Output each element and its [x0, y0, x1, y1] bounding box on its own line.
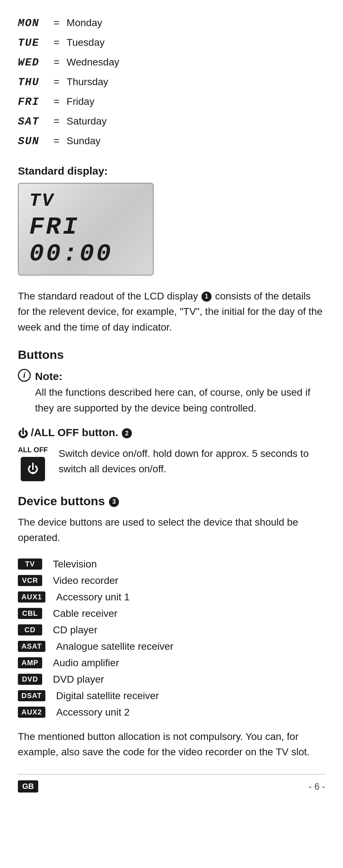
day-row-mon: MON = Monday [18, 14, 325, 33]
device-label-aux2: Accessory unit 2 [56, 707, 129, 718]
day-name-thu: Thursday [66, 73, 108, 91]
all-off-block: ALL OFF ⏻ [18, 446, 48, 481]
device-label-cd: CD player [53, 624, 97, 636]
device-badge-dvd: DVD [18, 674, 42, 685]
day-name-mon: Monday [66, 14, 102, 31]
device-badge-amp: AMP [18, 657, 42, 668]
note-content: Note: All the functions described here c… [35, 368, 325, 416]
day-abbr-fri: FRI [18, 93, 46, 111]
device-row-dvd: DVD DVD player [18, 674, 325, 685]
circle-num-1: 1 [202, 292, 212, 302]
device-row-aux1: AUX1 Accessory unit 1 [18, 591, 325, 603]
day-row-thu: THU = Thursday [18, 73, 325, 92]
day-row-sun: SUN = Sunday [18, 132, 325, 151]
device-buttons-heading-text: Device buttons [18, 494, 105, 508]
buttons-section: Buttons i Note: All the functions descri… [18, 348, 325, 416]
power-symbol: ⏻ [27, 462, 39, 476]
day-row-tue: TUE = Tuesday [18, 34, 325, 52]
device-label-vcr: Video recorder [53, 575, 118, 586]
device-row-vcr: VCR Video recorder [18, 575, 325, 586]
description-prefix: The standard readout of the LCD display [18, 291, 198, 302]
device-row-cd: CD CD player [18, 624, 325, 636]
page-number: - 6 - [309, 781, 325, 792]
device-badge-vcr: VCR [18, 575, 42, 586]
day-equals-sat: = [54, 113, 59, 130]
day-equals-thu: = [54, 73, 59, 91]
device-label-dvd: DVD player [53, 674, 104, 685]
note-title: Note: [35, 368, 325, 385]
day-row-sat: SAT = Saturday [18, 113, 325, 131]
device-row-tv: TV Television [18, 559, 325, 570]
device-buttons-section: Device buttons 3 The device buttons are … [18, 494, 325, 718]
power-section: ⏻ /ALL OFF button. 2 ALL OFF ⏻ Switch de… [18, 426, 325, 481]
lcd-time: FRI 00:00 [29, 214, 142, 268]
device-label-dsat: Digital satellite receiver [56, 690, 159, 702]
day-name-tue: Tuesday [66, 34, 104, 51]
day-list: MON = Monday TUE = Tuesday WED = Wednesd… [18, 14, 325, 151]
day-name-fri: Friday [66, 93, 94, 110]
device-row-dsat: DSAT Digital satellite receiver [18, 690, 325, 702]
day-name-sun: Sunday [66, 132, 100, 150]
device-label-tv: Television [53, 559, 97, 570]
lcd-device: TV [29, 191, 142, 211]
device-table: TV Television VCR Video recorder AUX1 Ac… [18, 559, 325, 718]
day-abbr-mon: MON [18, 14, 46, 33]
device-label-asat: Analogue satellite receiver [56, 641, 173, 652]
device-row-cbl: CBL Cable receiver [18, 608, 325, 619]
device-badge-asat: ASAT [18, 641, 45, 652]
day-abbr-sun: SUN [18, 132, 46, 151]
power-description: Switch device on/off. hold down for appr… [59, 446, 325, 477]
power-heading-text: /ALL OFF button. [31, 426, 118, 438]
device-badge-aux1: AUX1 [18, 591, 45, 603]
power-icon: ⏻ [18, 428, 28, 439]
device-badge-aux2: AUX2 [18, 707, 45, 718]
day-equals-wed: = [54, 54, 59, 71]
device-buttons-description: The device buttons are used to select th… [18, 515, 325, 546]
power-button[interactable]: ⏻ [21, 457, 45, 481]
device-badge-tv: TV [18, 559, 42, 570]
day-name-wed: Wednesday [66, 54, 119, 71]
lcd-display: TV FRI 00:00 [18, 183, 154, 275]
gb-badge: GB [18, 780, 38, 793]
device-badge-cbl: CBL [18, 608, 42, 619]
note-text: All the functions described here can, of… [35, 385, 325, 416]
power-button-layout: ALL OFF ⏻ Switch device on/off. hold dow… [18, 446, 325, 481]
note-box: i Note: All the functions described here… [18, 368, 325, 416]
circle-num-2: 2 [122, 428, 132, 438]
device-row-aux2: AUX2 Accessory unit 2 [18, 707, 325, 718]
footer-note: The mentioned button allocation is not c… [18, 729, 325, 760]
device-badge-dsat: DSAT [18, 690, 45, 701]
device-badge-cd: CD [18, 624, 42, 635]
all-off-label: ALL OFF [18, 446, 48, 454]
day-equals-tue: = [54, 34, 59, 51]
standard-display-section: Standard display: TV FRI 00:00 [18, 165, 325, 288]
day-abbr-wed: WED [18, 54, 46, 72]
day-equals-fri: = [54, 93, 59, 110]
info-icon: i [18, 369, 31, 382]
device-buttons-heading: Device buttons 3 [18, 494, 325, 508]
device-label-aux1: Accessory unit 1 [56, 591, 129, 603]
day-abbr-tue: TUE [18, 34, 46, 52]
day-equals-mon: = [54, 14, 59, 31]
buttons-heading: Buttons [18, 348, 325, 362]
device-row-asat: ASAT Analogue satellite receiver [18, 641, 325, 652]
device-label-amp: Audio amplifier [53, 657, 119, 669]
day-name-sat: Saturday [66, 113, 106, 130]
day-abbr-sat: SAT [18, 113, 46, 131]
day-row-wed: WED = Wednesday [18, 54, 325, 72]
circle-num-3: 3 [109, 497, 119, 507]
day-row-fri: FRI = Friday [18, 93, 325, 111]
day-abbr-thu: THU [18, 73, 46, 92]
device-row-amp: AMP Audio amplifier [18, 657, 325, 669]
page-footer: GB - 6 - [18, 774, 325, 793]
standard-display-label: Standard display: [18, 165, 325, 177]
day-equals-sun: = [54, 132, 59, 150]
power-heading: ⏻ /ALL OFF button. 2 [18, 426, 325, 439]
lcd-description: The standard readout of the LCD display … [18, 288, 325, 335]
device-label-cbl: Cable receiver [53, 608, 118, 619]
